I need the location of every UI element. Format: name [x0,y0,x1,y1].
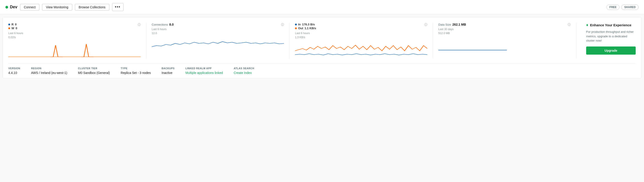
enhance-title: Enhance Your Experience [590,23,632,27]
data-size-title-group: Data Size 262.1 MB [438,23,466,26]
top-bar: Dev Connect View Monitoring Browse Colle… [0,0,644,14]
network-legend: In 176.3 B/s Out 1.1 KB/s [295,23,316,30]
metrics-row: R 0 W 0 ⓘ Last 6 hours 0.02/s [8,23,636,63]
enhance-description: For production throughput and richer met… [586,30,636,43]
rw-info-icon[interactable]: ⓘ [138,23,141,27]
rw-legend: R 0 W 0 [8,23,17,30]
status-indicator [6,6,8,8]
upgrade-button[interactable]: Upgrade [586,46,636,55]
connections-chart [152,37,284,55]
connections-max: 12.0 [152,32,284,35]
connections-title: Connections [152,23,168,26]
version-col: VERSION 4.4.10 [8,67,20,75]
main-content: R 0 W 0 ⓘ Last 6 hours 0.02/s [3,17,641,78]
network-info-icon[interactable]: ⓘ [424,23,427,27]
atlas-search-label: ATLAS SEARCH [234,67,254,70]
type-value: Replica Set - 3 nodes [120,71,151,75]
in-legend-item: In 176.3 B/s [295,23,316,26]
data-size-info-icon[interactable]: ⓘ [568,23,571,27]
connect-button[interactable]: Connect [20,4,40,10]
connections-title-group: Connections 8.0 [152,23,174,26]
network-header: In 176.3 B/s Out 1.1 KB/s ⓘ [295,23,427,31]
view-monitoring-button[interactable]: View Monitoring [42,4,72,10]
network-period: Last 6 hours [295,32,427,35]
network-max: 1.3 KB/s [295,36,427,39]
browse-collections-button[interactable]: Browse Collections [75,4,109,10]
region-value: AWS / Ireland (eu-west-1) [31,71,67,75]
linked-realm-label: LINKED REALM APP [186,67,223,70]
enhance-title-container: ♦ Enhance Your Experience [586,23,636,27]
r-dot [8,23,10,25]
cluster-name-container: Dev [6,5,17,9]
network-panel: In 176.3 B/s Out 1.1 KB/s ⓘ Last 6 hours… [295,23,433,59]
rw-panel: R 0 W 0 ⓘ Last 6 hours 0.02/s [8,23,146,59]
connections-header: Connections 8.0 ⓘ [152,23,284,27]
r-legend-item: R 0 [8,23,17,26]
type-label: TYPE [120,67,151,70]
rw-chart [8,41,141,59]
footer-row: VERSION 4.4.10 REGION AWS / Ireland (eu-… [8,63,636,78]
data-size-title: Data Size [438,23,451,26]
connections-period: Last 6 hours [152,28,284,31]
data-size-chart [438,37,571,55]
rw-header: R 0 W 0 ⓘ [8,23,141,31]
linked-realm-link[interactable]: Multiple applications linked [186,71,223,75]
rw-rate: 0.02/s [8,36,141,39]
data-size-panel: Data Size 262.1 MB ⓘ Last 30 days 512.0 … [438,23,576,59]
w-label: W [12,26,14,30]
w-value: 0 [16,26,17,30]
out-legend-item: Out 1.1 KB/s [295,26,316,30]
cluster-tier-label: CLUSTER TIER [78,67,110,70]
out-value: 1.1 KB/s [304,26,316,30]
version-label: VERSION [8,67,20,70]
data-size-value: 262.1 MB [452,23,466,26]
out-dot [295,27,297,29]
cluster-name: Dev [10,5,17,9]
backups-value: Inactive [162,71,174,75]
cluster-tier-col: CLUSTER TIER M0 Sandbox (General) [78,67,110,75]
connections-panel: Connections 8.0 ⓘ Last 6 hours 12.0 [152,23,290,59]
type-col: TYPE Replica Set - 3 nodes [120,67,151,75]
connections-info-icon[interactable]: ⓘ [281,23,284,27]
version-value: 4.4.10 [8,71,20,75]
out-label: Out [298,26,303,30]
free-badge: FREE [606,4,620,10]
r-value: 0 [15,23,16,26]
backups-label: BACKUPS [162,67,174,70]
region-col: REGION AWS / Ireland (eu-west-1) [31,67,67,75]
rw-period: Last 6 hours [8,32,141,35]
more-options-button[interactable]: ••• [112,3,124,11]
enhance-panel: ♦ Enhance Your Experience For production… [582,23,636,59]
atlas-search-col: ATLAS SEARCH Create Index [234,67,254,75]
leaf-icon: ♦ [586,23,588,27]
connections-value: 8.0 [169,23,174,26]
cluster-tier-value: M0 Sandbox (General) [78,71,110,75]
r-label: R [12,23,14,26]
shared-badge: SHARED [621,4,638,10]
backups-col: BACKUPS Inactive [162,67,174,75]
w-dot [8,27,10,29]
data-size-max: 512.0 MB [438,32,571,35]
data-size-period: Last 30 days [438,28,571,31]
in-dot [295,23,297,25]
atlas-search-link[interactable]: Create Index [234,71,252,75]
data-size-header: Data Size 262.1 MB ⓘ [438,23,571,27]
in-label: In [298,23,301,26]
region-label: REGION [31,67,67,70]
top-right-badges: FREE SHARED [606,4,638,10]
network-chart [295,41,427,59]
in-value: 176.3 B/s [302,23,315,26]
linked-realm-col: LINKED REALM APP Multiple applications l… [186,67,223,75]
w-legend-item: W 0 [8,26,17,30]
